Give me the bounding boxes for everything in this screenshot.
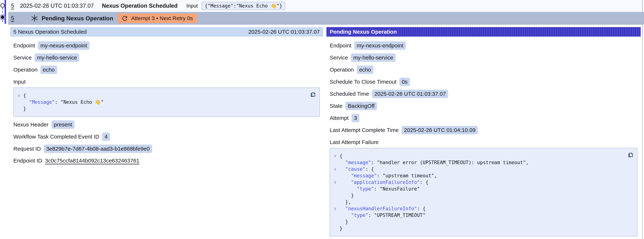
json-line-text: "type": "UPSTREAM_TIMEOUT" (340, 212, 426, 218)
field-label: Endpoint ID (13, 158, 42, 164)
pending-asterisk-icon (30, 14, 39, 22)
field-row: Endpointmy-nexus-endpoint (330, 41, 638, 50)
chevron-spacer (16, 106, 23, 112)
field-row: Endpointmy-nexus-endpoint (13, 41, 320, 50)
json-line: "Message": "Nexus Echo 👋" (16, 99, 306, 106)
event-detail-panel-header: 5 Nexus Operation Scheduled 2025-02-26 U… (10, 27, 323, 36)
collapse-chevron-icon[interactable]: ∨ (16, 92, 23, 99)
field-value-badge: my-nexus-endpoint (354, 41, 406, 50)
json-line: } (16, 106, 306, 112)
timeline-active-node-icon[interactable] (1, 16, 4, 19)
json-line-text: { (23, 92, 26, 99)
input-json-block: ∨{ "Message": "Nexus Echo 👋"} (13, 88, 320, 117)
pending-operation-panel: Pending Nexus Operation Endpointmy-nexus… (326, 27, 641, 239)
json-line: } (332, 192, 624, 199)
chevron-spacer (332, 218, 340, 225)
field-value-badge: 0s (400, 78, 410, 86)
retry-badge-text: Attempt 3 • Next Retry 0s (131, 15, 193, 22)
field-label: Request ID (13, 146, 41, 152)
field-row: Request ID3e829b7e-7d67-4b08-aad3-b1e868… (13, 144, 320, 153)
pending-panel-header: Pending Nexus Operation (326, 27, 641, 36)
json-line-text: "cause": { (340, 166, 374, 172)
collapse-chevron-icon[interactable]: ∨ (332, 205, 340, 212)
json-line: ∨ "nexusHandlerFailureInfo": { (332, 205, 624, 212)
chevron-spacer (332, 159, 340, 166)
field-label: Endpoint (13, 42, 35, 49)
json-line-text: } (340, 225, 342, 232)
field-row: Nexus Headerpresent (13, 120, 320, 129)
event-fields-top: Endpointmy-nexus-endpointServicemy-hello… (13, 41, 320, 74)
event-fields-bottom: Nexus HeaderpresentWorkflow Task Complet… (13, 120, 320, 165)
event-timestamp: 2025-02-26 UTC 01:03:37.07 (20, 2, 94, 9)
json-line-text: "applicationFailureInfo": { (340, 179, 428, 186)
json-line-text: "message": "handler error (UPSTREAM_TIME… (340, 159, 529, 166)
json-line-text: } (340, 218, 348, 225)
field-row: Workflow Task Completed Event ID4 (13, 132, 320, 141)
field-label: State (330, 103, 342, 109)
field-row: Operationecho (13, 66, 320, 74)
field-label: Last Attempt Complete Time (330, 127, 399, 133)
field-value-badge: my-hello-service (351, 54, 396, 62)
scrollbar-track[interactable] (642, 0, 643, 239)
chevron-spacer (332, 172, 340, 179)
json-line: ∨{ (332, 152, 624, 159)
collapse-chevron-icon[interactable]: ∨ (332, 179, 340, 186)
field-value-badge: echo (357, 66, 374, 74)
json-line: ∨{ (16, 92, 306, 99)
workflow-event-history-view: 5 2025-02-26 UTC 01:03:37.07 Nexus Opera… (0, 0, 644, 239)
field-value-badge: 3e829b7e-7d67-4b08-aad3-b1e868bfe9e0 (44, 144, 152, 153)
field-row: Servicemy-hello-service (330, 54, 638, 62)
field-label: Service (13, 54, 32, 61)
json-line: ∨ "cause": { (332, 166, 624, 172)
field-value-badge: my-nexus-endpoint (38, 41, 89, 50)
event-summary-row[interactable]: 5 2025-02-26 UTC 01:03:37.07 Nexus Opera… (8, 0, 644, 12)
collapse-chevron-icon[interactable]: ∨ (332, 152, 340, 159)
field-value-badge: BackingOff (346, 102, 377, 110)
event-id-link[interactable]: 5 (11, 2, 14, 9)
field-label: Service (330, 54, 348, 61)
chevron-spacer (332, 199, 340, 205)
pending-operation-row[interactable]: 5 Pending Nexus Operation Attempt 3 • Ne… (8, 12, 644, 25)
timeline-open-node-icon[interactable] (1, 4, 4, 8)
panel-header-title: 5 Nexus Operation Scheduled (13, 29, 86, 35)
pending-event-id-link[interactable]: 5 (11, 15, 14, 22)
json-line: }, (332, 199, 624, 205)
json-line-text: } (340, 192, 354, 199)
field-row: Operationecho (330, 66, 638, 74)
field-value-badge: my-hello-service (34, 54, 79, 62)
event-title: Nexus Operation Scheduled (102, 2, 178, 9)
field-row: Schedule To Close Timeout0s (330, 78, 638, 86)
chevron-spacer (332, 212, 340, 218)
field-value-badge: 3 (352, 114, 359, 122)
copy-input-button[interactable] (309, 90, 316, 98)
field-label: Operation (330, 66, 354, 73)
retry-badge: Attempt 3 • Next Retry 0s (118, 14, 197, 23)
json-line-text: } (23, 106, 26, 112)
field-label: Nexus Header (13, 122, 48, 128)
field-value-badge: present (52, 120, 74, 129)
field-value-link[interactable]: 3c0c75ccfa8144b092c13ce632463761 (45, 158, 139, 164)
field-value-badge: 4 (102, 132, 110, 141)
retry-icon (122, 15, 128, 22)
field-row: Scheduled Time2025-02-26 UTC 01:03:37.07 (330, 90, 638, 98)
json-line: "type": "NexusFailure" (332, 186, 624, 192)
timeline-graphic (0, 0, 8, 239)
input-value-chip: {"Message":"Nexus Echo 👋"} (202, 2, 285, 10)
copy-failure-button[interactable] (627, 151, 634, 159)
field-row: Servicemy-hello-service (13, 54, 320, 62)
field-row: StateBackingOff (330, 102, 638, 110)
field-row: Endpoint ID3c0c75ccfa8144b092c13ce632463… (13, 157, 320, 165)
field-label: Attempt (330, 115, 348, 121)
field-label: Operation (13, 66, 38, 73)
field-label: Endpoint (330, 42, 351, 49)
chevron-spacer (332, 225, 340, 232)
timeline-bar (4, 0, 6, 24)
collapse-chevron-icon[interactable]: ∨ (332, 166, 340, 172)
field-label: Workflow Task Completed Event ID (13, 134, 99, 140)
input-section-label: Input (13, 79, 320, 85)
json-line-text: "type": "NexusFailure" (340, 186, 420, 192)
failure-section-label: Last Attempt Failure (330, 139, 638, 145)
chevron-spacer (16, 99, 23, 106)
pending-title: Pending Nexus Operation (42, 15, 113, 22)
field-value-badge: 2025-02-26 UTC 01:04:10.09 (402, 126, 478, 134)
